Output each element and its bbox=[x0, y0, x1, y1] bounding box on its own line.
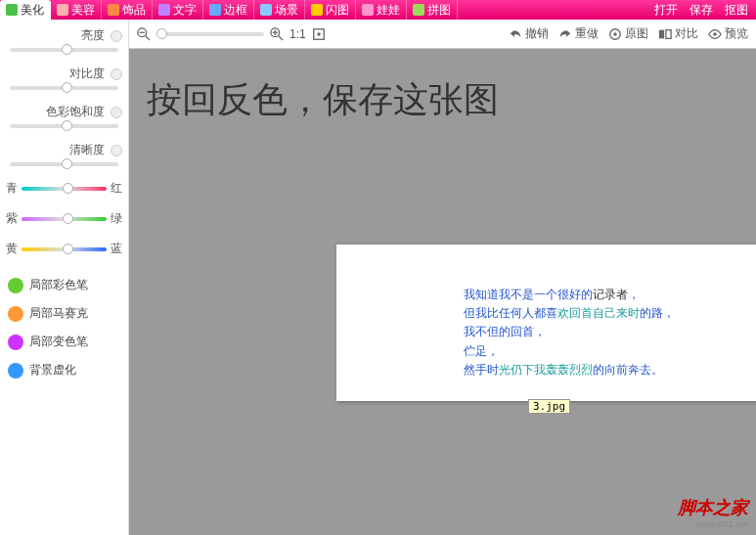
tab-边框[interactable]: 边框 bbox=[203, 0, 254, 20]
doc-line: 然手时光仍下我轰轰烈烈的向前奔去。 bbox=[464, 361, 669, 379]
svg-rect-12 bbox=[666, 29, 671, 38]
tab-美化[interactable]: 美化 bbox=[0, 0, 51, 20]
tab-label: 拼图 bbox=[427, 2, 451, 19]
svg-line-1 bbox=[146, 35, 150, 39]
color-slider-紫绿[interactable] bbox=[22, 217, 107, 221]
svg-point-10 bbox=[613, 32, 617, 36]
slider-色彩饱和度[interactable] bbox=[10, 124, 118, 128]
slider-label-对比度: 对比度 bbox=[69, 66, 105, 82]
tool-icon bbox=[8, 363, 23, 379]
color-right-蓝: 蓝 bbox=[111, 241, 122, 257]
slider-label-色彩饱和度: 色彩饱和度 bbox=[46, 104, 105, 120]
fit-screen-button[interactable] bbox=[312, 27, 326, 41]
tab-label: 文字 bbox=[173, 2, 197, 19]
tool-label: 局部马赛克 bbox=[29, 305, 88, 322]
tab-美容[interactable]: 美容 bbox=[51, 0, 102, 20]
tool-icon bbox=[8, 334, 23, 350]
original-button[interactable]: 原图 bbox=[608, 25, 648, 42]
tab-icon bbox=[209, 4, 221, 16]
doc-line: 我不但的回首， bbox=[464, 323, 669, 341]
tool-label: 局部变色笔 bbox=[29, 334, 88, 350]
tool-背景虚化[interactable]: 背景虚化 bbox=[6, 356, 122, 384]
tool-icon bbox=[8, 278, 23, 293]
watermark: 脚本之家www.jb51.net bbox=[678, 496, 748, 529]
color-left-黄: 黄 bbox=[6, 241, 18, 257]
instruction-overlay: 按回反色，保存这张图 bbox=[147, 76, 499, 124]
reset-清晰度[interactable] bbox=[111, 145, 122, 156]
tab-场景[interactable]: 场景 bbox=[254, 0, 305, 20]
slider-label-清晰度: 清晰度 bbox=[69, 142, 105, 158]
color-slider-黄蓝[interactable] bbox=[22, 247, 107, 251]
zoom-thumb[interactable] bbox=[156, 28, 167, 39]
tool-label: 背景虚化 bbox=[29, 362, 76, 379]
topbar-抠图[interactable]: 抠图 bbox=[725, 2, 748, 19]
reset-色彩饱和度[interactable] bbox=[111, 107, 122, 118]
slider-label-亮度: 亮度 bbox=[81, 27, 105, 44]
tab-icon bbox=[413, 4, 424, 16]
slider-thumb[interactable] bbox=[63, 183, 73, 194]
slider-thumb[interactable] bbox=[63, 244, 73, 254]
slider-亮度[interactable] bbox=[10, 48, 118, 52]
reset-亮度[interactable] bbox=[111, 30, 122, 42]
color-right-红: 红 bbox=[111, 180, 122, 197]
tab-label: 饰品 bbox=[122, 2, 146, 19]
tab-label: 娃娃 bbox=[377, 2, 400, 19]
filename-tooltip: 3.jpg bbox=[528, 399, 570, 414]
doc-line: 我知道我不是一个很好的记录者， bbox=[464, 286, 669, 304]
svg-line-4 bbox=[279, 35, 283, 39]
color-right-绿: 绿 bbox=[111, 210, 122, 227]
slider-thumb[interactable] bbox=[63, 213, 73, 224]
tab-icon bbox=[311, 4, 323, 16]
tab-娃娃[interactable]: 娃娃 bbox=[356, 0, 407, 20]
topbar-打开[interactable]: 打开 bbox=[654, 2, 678, 19]
tab-icon bbox=[6, 4, 18, 16]
slider-thumb[interactable] bbox=[62, 82, 72, 93]
tab-icon bbox=[158, 4, 170, 16]
zoom-out-button[interactable] bbox=[137, 27, 151, 41]
tool-局部马赛克[interactable]: 局部马赛克 bbox=[6, 299, 122, 328]
doc-line: 伫足， bbox=[464, 342, 669, 361]
color-slider-青红[interactable] bbox=[22, 187, 107, 191]
topbar-保存[interactable]: 保存 bbox=[689, 2, 713, 19]
zoom-slider[interactable] bbox=[156, 32, 264, 36]
tab-闪图[interactable]: 闪图 bbox=[305, 0, 356, 20]
preview-button[interactable]: 预览 bbox=[708, 25, 748, 42]
color-left-青: 青 bbox=[6, 180, 18, 197]
tab-label: 美化 bbox=[21, 2, 44, 19]
tab-icon bbox=[108, 4, 119, 16]
zoom-in-button[interactable] bbox=[270, 27, 284, 41]
tool-icon bbox=[8, 306, 23, 322]
tab-icon bbox=[260, 4, 272, 16]
slider-thumb[interactable] bbox=[62, 120, 72, 131]
tab-拼图[interactable]: 拼图 bbox=[407, 0, 458, 20]
svg-rect-11 bbox=[659, 29, 664, 38]
slider-清晰度[interactable] bbox=[10, 162, 118, 166]
tab-文字[interactable]: 文字 bbox=[153, 0, 203, 20]
tool-局部变色笔[interactable]: 局部变色笔 bbox=[6, 328, 122, 356]
tab-label: 美容 bbox=[71, 2, 95, 19]
tab-icon bbox=[57, 4, 68, 16]
tab-icon bbox=[362, 4, 374, 16]
svg-point-8 bbox=[317, 32, 321, 36]
slider-对比度[interactable] bbox=[10, 86, 118, 90]
reset-对比度[interactable] bbox=[111, 68, 122, 80]
tab-饰品[interactable]: 饰品 bbox=[102, 0, 153, 20]
tool-label: 局部彩色笔 bbox=[29, 277, 88, 293]
tab-label: 边框 bbox=[224, 2, 247, 19]
slider-thumb[interactable] bbox=[62, 44, 72, 55]
undo-button[interactable]: 撤销 bbox=[509, 25, 549, 42]
tab-label: 闪图 bbox=[326, 2, 349, 19]
tool-局部彩色笔[interactable]: 局部彩色笔 bbox=[6, 271, 122, 299]
color-left-紫: 紫 bbox=[6, 210, 18, 227]
zoom-ratio[interactable]: 1:1 bbox=[289, 27, 306, 41]
compare-button[interactable]: 对比 bbox=[658, 25, 698, 42]
document-image[interactable]: 我知道我不是一个很好的记录者，但我比任何人都喜欢回首自己来时的路，我不但的回首，… bbox=[336, 245, 756, 401]
tab-label: 场景 bbox=[275, 2, 298, 19]
svg-point-13 bbox=[713, 32, 717, 36]
slider-thumb[interactable] bbox=[62, 158, 72, 169]
redo-button[interactable]: 重做 bbox=[558, 25, 599, 42]
doc-line: 但我比任何人都喜欢回首自己来时的路， bbox=[464, 304, 669, 323]
